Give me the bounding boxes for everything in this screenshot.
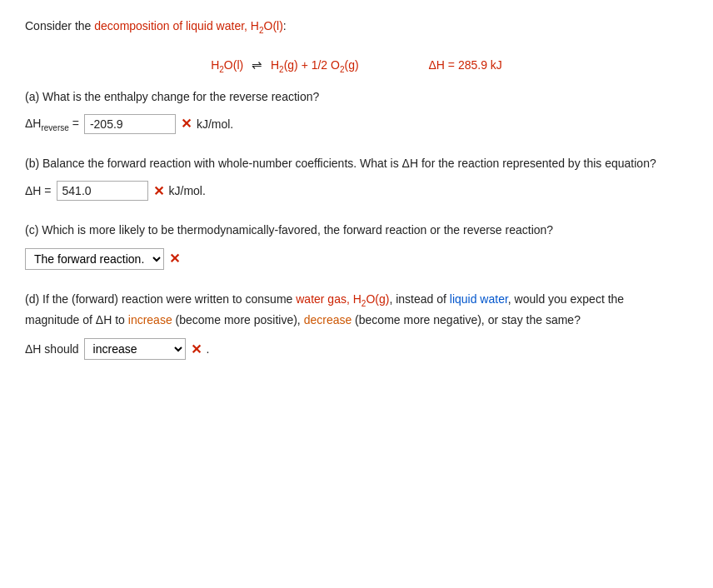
part-a-section: (a) What is the enthalpy change for the … bbox=[25, 87, 688, 134]
part-a-question: (a) What is the enthalpy change for the … bbox=[25, 87, 688, 106]
part-a-answer-row: ΔHreverse = ✕ kJ/mol. bbox=[25, 114, 688, 134]
part-b-unit: kJ/mol. bbox=[169, 184, 206, 197]
part-d-increase: increase bbox=[128, 313, 172, 326]
part-c-section: (c) Which is more likely to be thermodyn… bbox=[25, 221, 688, 269]
part-c-x-mark: ✕ bbox=[169, 251, 180, 267]
part-a-input[interactable] bbox=[84, 114, 176, 134]
reaction-delta-h: ΔH = 285.9 kJ bbox=[429, 58, 502, 72]
part-b-delta-label: ΔH = bbox=[25, 184, 52, 197]
part-b-input[interactable] bbox=[57, 181, 148, 201]
part-d-select[interactable]: increase decrease stay the same bbox=[84, 338, 186, 360]
part-b-x-mark: ✕ bbox=[153, 183, 164, 199]
part-d-liquid-water: liquid water bbox=[450, 292, 508, 306]
part-d-answer-row: ΔH should increase decrease stay the sam… bbox=[25, 338, 688, 360]
part-c-answer-row: The forward reaction. The reverse reacti… bbox=[25, 248, 688, 270]
intro-decomposition: decomposition of liquid water, H2O(l) bbox=[94, 19, 283, 32]
reaction-equation-line: H2O(l) ⇌ H2(g) + 1/2 O2(g) ΔH = 285.9 kJ bbox=[25, 57, 688, 74]
part-d-x-mark: ✕ bbox=[191, 341, 202, 357]
reaction-right: H2(g) + 1/2 O2(g) bbox=[271, 58, 359, 72]
part-d-water-gas: water gas, H2O(g) bbox=[296, 292, 389, 306]
part-a-x-mark: ✕ bbox=[181, 116, 192, 132]
part-a-delta-label: ΔHreverse = bbox=[25, 117, 79, 132]
reaction-arrow: ⇌ bbox=[252, 57, 262, 72]
part-d-decrease: decrease bbox=[304, 313, 352, 326]
part-b-question: (b) Balance the forward reaction with wh… bbox=[25, 154, 688, 172]
intro-text: Consider the decomposition of liquid wat… bbox=[25, 17, 688, 37]
part-b-section: (b) Balance the forward reaction with wh… bbox=[25, 154, 688, 201]
part-b-answer-row: ΔH = ✕ kJ/mol. bbox=[25, 181, 688, 201]
intro-prefix: Consider the bbox=[25, 19, 94, 32]
intro-colon: : bbox=[283, 19, 287, 32]
part-c-select[interactable]: The forward reaction. The reverse reacti… bbox=[25, 248, 164, 270]
part-a-unit: kJ/mol. bbox=[197, 117, 233, 131]
reaction-left: H2O(l) bbox=[211, 58, 243, 72]
part-d-section: (d) If the (forward) reaction were writt… bbox=[25, 290, 688, 361]
part-d-period: . bbox=[207, 342, 210, 356]
part-d-label: ΔH should bbox=[25, 342, 79, 356]
part-c-question: (c) Which is more likely to be thermodyn… bbox=[25, 221, 688, 239]
part-d-question: (d) If the (forward) reaction were writt… bbox=[25, 290, 688, 331]
